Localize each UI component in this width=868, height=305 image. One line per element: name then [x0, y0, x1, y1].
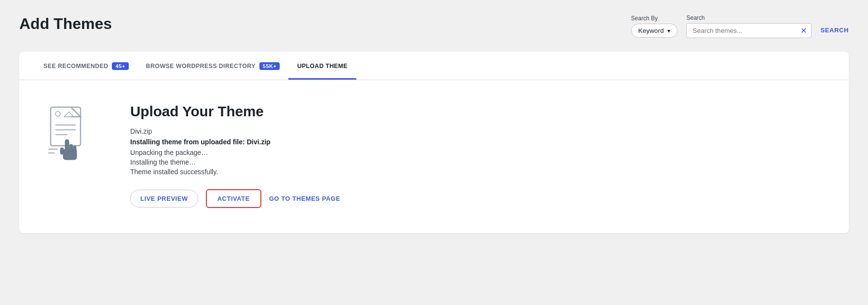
tab-content: Upload Your Theme Divi.zip Installing th… — [19, 80, 849, 233]
actions-row: LIVE PREVIEW ACTIVATE GO TO THEMES PAGE — [130, 189, 829, 208]
tab-browse-label: BROWSE WORDPRESS DIRECTORY — [146, 63, 256, 69]
upload-status-line-3: Theme installed successfully. — [130, 168, 829, 176]
upload-info: Upload Your Theme Divi.zip Installing th… — [130, 103, 829, 208]
tabs-row: SEE RECOMMENDED 45+ BROWSE WORDPRESS DIR… — [19, 52, 849, 80]
upload-filename: Divi.zip — [130, 127, 829, 135]
upload-status-bold: Installing theme from uploaded file: Div… — [130, 138, 829, 146]
search-by-group: Search By Keyword ▾ — [631, 15, 678, 38]
page-title: Add Themes — [19, 14, 112, 33]
chevron-down-icon: ▾ — [667, 28, 670, 34]
svg-rect-7 — [65, 139, 69, 152]
go-to-themes-button[interactable]: GO TO THEMES PAGE — [269, 195, 340, 202]
tab-recommended-badge: 45+ — [112, 62, 128, 70]
tab-browse-badge: 55K+ — [259, 62, 280, 70]
svg-marker-4 — [64, 112, 74, 117]
search-button[interactable]: SEARCH — [820, 27, 849, 34]
search-input[interactable] — [686, 23, 812, 38]
main-card: SEE RECOMMENDED 45+ BROWSE WORDPRESS DIR… — [19, 52, 849, 233]
upload-status-line-2: Installing the theme… — [130, 158, 829, 166]
upload-theme-icon — [41, 103, 99, 166]
tab-upload[interactable]: UPLOAD THEME — [288, 52, 356, 80]
search-by-value: Keyword — [638, 27, 664, 34]
search-by-select[interactable]: Keyword ▾ — [631, 24, 678, 38]
upload-icon-area — [39, 103, 101, 166]
search-input-wrap: ✕ — [686, 23, 812, 38]
page-header: Add Themes Search By Keyword ▾ Search ✕ … — [19, 14, 849, 38]
tab-browse[interactable]: BROWSE WORDPRESS DIRECTORY 55K+ — [137, 52, 289, 80]
search-by-label: Search By — [631, 15, 678, 22]
svg-point-5 — [55, 111, 60, 116]
search-label: Search — [686, 14, 812, 21]
svg-rect-8 — [69, 144, 73, 153]
svg-rect-9 — [73, 146, 76, 153]
tab-recommended[interactable]: SEE RECOMMENDED 45+ — [35, 52, 137, 80]
live-preview-button[interactable]: LIVE PREVIEW — [130, 190, 198, 208]
upload-status-line-1: Unpacking the package… — [130, 149, 829, 156]
tab-recommended-label: SEE RECOMMENDED — [43, 63, 108, 69]
search-group: Search ✕ — [686, 14, 812, 38]
search-area: Search By Keyword ▾ Search ✕ SEARCH — [631, 14, 849, 38]
activate-button[interactable]: ACTIVATE — [206, 189, 261, 208]
clear-search-icon[interactable]: ✕ — [800, 26, 807, 35]
upload-section-title: Upload Your Theme — [130, 103, 829, 120]
tab-upload-label: UPLOAD THEME — [297, 63, 347, 69]
svg-rect-10 — [60, 148, 64, 154]
